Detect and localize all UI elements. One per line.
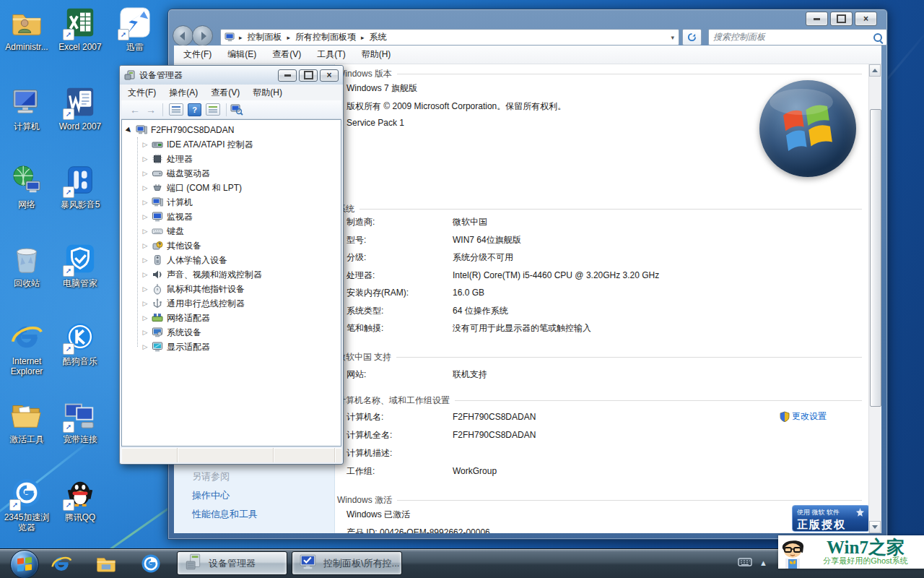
expand-icon[interactable]: ▷ xyxy=(141,170,149,177)
taskbar-launcher-explorer[interactable] xyxy=(95,553,118,574)
expand-icon[interactable]: ▷ xyxy=(141,271,149,278)
row-value-link[interactable]: 联机支持 xyxy=(453,369,487,379)
minimize-button[interactable] xyxy=(806,12,828,26)
maximize-button[interactable] xyxy=(299,69,318,82)
device-manager-titlebar[interactable]: 设备管理器 × xyxy=(120,66,343,85)
menu-item[interactable]: 帮助(H) xyxy=(246,87,289,99)
touch-keyboard-icon[interactable] xyxy=(738,557,752,567)
tree-item[interactable]: ▷端口 (COM 和 LPT) xyxy=(122,181,242,195)
menu-item[interactable]: 帮助(H) xyxy=(362,48,391,61)
vertical-scrollbar[interactable] xyxy=(868,64,881,533)
desktop-icon-baofeng5[interactable]: ➚暴风影音5 xyxy=(54,163,106,210)
back-button[interactable] xyxy=(173,25,193,46)
tree-item[interactable]: ▷键盘 xyxy=(122,224,184,238)
sidebar-link[interactable]: 操作中心 xyxy=(192,489,230,502)
help-button[interactable]: ? xyxy=(188,103,201,116)
row-value-link[interactable]: 系统分级不可用 xyxy=(453,252,513,262)
show-console-tree-button[interactable] xyxy=(169,103,183,116)
tree-item[interactable]: ▷其他设备 xyxy=(122,238,201,253)
breadcrumb-dropdown[interactable]: ▾ xyxy=(666,34,679,41)
tree-item[interactable]: ▷系统设备 xyxy=(122,325,201,340)
hid-icon xyxy=(151,254,164,266)
expand-icon[interactable]: ▷ xyxy=(141,285,149,293)
menu-item[interactable]: 文件(F) xyxy=(121,87,162,99)
desktop-icon-xunlei[interactable]: ➚迅雷 xyxy=(109,6,161,52)
tree-item[interactable]: ▷磁盘驱动器 xyxy=(122,166,210,181)
expand-icon[interactable]: ▷ xyxy=(141,314,149,322)
expand-icon[interactable]: ▷ xyxy=(141,329,149,336)
tree-item[interactable]: ▷网络适配器 xyxy=(122,311,210,325)
forward-button[interactable] xyxy=(192,25,213,46)
tree-item[interactable]: ▷处理器 xyxy=(122,152,193,166)
genuine-software-badge[interactable]: 使用 微软 软件 正版授权 xyxy=(792,505,869,532)
menu-item[interactable]: 工具(T) xyxy=(317,48,345,61)
tree-item[interactable]: ▷IDE ATA/ATAPI 控制器 xyxy=(122,137,253,152)
refresh-button[interactable] xyxy=(682,29,702,46)
desktop-icon-pc-manager[interactable]: ➚电脑管家 xyxy=(54,242,106,288)
action-pane-button[interactable] xyxy=(206,103,220,116)
desktop-icon-network[interactable]: 网络 xyxy=(1,163,53,210)
menu-item[interactable]: 查看(V) xyxy=(272,48,301,61)
tree-item[interactable]: ▷显示适配器 xyxy=(122,340,210,354)
expand-icon[interactable]: ▷ xyxy=(141,213,149,220)
desktop-icon-word-2007[interactable]: ➚Word 2007 xyxy=(54,85,106,131)
desktop-icon-recycle-bin[interactable]: 回收站 xyxy=(1,242,53,288)
breadcrumb-item[interactable]: 所有控制面板项 xyxy=(292,32,359,42)
scan-hardware-changes-icon[interactable] xyxy=(230,104,243,116)
expand-icon[interactable]: ▷ xyxy=(141,242,149,249)
menu-item[interactable]: 文件(F) xyxy=(183,48,212,61)
desktop-icon-activation-tools[interactable]: 激活工具 xyxy=(1,398,53,444)
desktop-icon-tencent-qq[interactable]: ➚腾讯QQ xyxy=(54,476,106,522)
start-button[interactable] xyxy=(10,550,39,578)
expand-icon[interactable]: ▷ xyxy=(141,343,149,350)
back-button[interactable]: ← xyxy=(127,104,143,116)
desktop-icon-kugou-music[interactable]: ➚酷狗音乐 xyxy=(54,320,106,366)
close-button[interactable]: × xyxy=(320,69,339,82)
tree-item-root[interactable]: ▶F2FH790CS8DADAN xyxy=(122,123,234,137)
expand-icon[interactable]: ▷ xyxy=(141,184,149,191)
breadcrumb[interactable]: ▸控制面板▸所有控制面板项▸系统 ▾ xyxy=(220,29,679,46)
menu-item[interactable]: 操作(A) xyxy=(162,87,204,99)
desktop-icon-browser-2345[interactable]: ➚2345加速浏览器 xyxy=(1,476,53,532)
scroll-up-button[interactable] xyxy=(869,64,881,77)
scroll-down-button[interactable] xyxy=(869,521,881,533)
expand-icon[interactable]: ▷ xyxy=(141,141,149,148)
menu-item[interactable]: 编辑(E) xyxy=(227,48,256,61)
expand-icon[interactable]: ▷ xyxy=(141,300,149,307)
menu-item[interactable]: 查看(V) xyxy=(204,87,246,99)
desktop-icon-internet-explorer[interactable]: Internet Explorer xyxy=(1,320,53,376)
tree-item[interactable]: ▷通用串行总线控制器 xyxy=(122,296,245,311)
sidebar-link[interactable]: 性能信息和工具 xyxy=(192,508,258,521)
close-button[interactable]: × xyxy=(855,12,877,26)
taskbar-button-device-manager[interactable]: 设备管理器 xyxy=(177,551,287,575)
taskbar-launcher-ie[interactable] xyxy=(51,553,74,574)
scrollbar-thumb[interactable] xyxy=(870,109,881,407)
expand-icon[interactable]: ▷ xyxy=(141,199,149,206)
change-settings-link[interactable]: 更改设置 xyxy=(780,410,827,423)
show-hidden-icons-button[interactable]: ▲ xyxy=(759,558,767,567)
desktop-icon-excel-2007[interactable]: ➚Excel 2007 xyxy=(54,6,106,52)
collapse-icon[interactable]: ▶ xyxy=(123,124,135,136)
expand-icon[interactable]: ▷ xyxy=(141,228,149,235)
tree-item[interactable]: ▷人体学输入设备 xyxy=(122,253,227,267)
maximize-button[interactable] xyxy=(830,12,853,26)
search-icon[interactable] xyxy=(873,33,882,42)
row-value: Intel(R) Core(TM) i5-4460 CPU @ 3.20GHz … xyxy=(453,270,659,280)
desktop-icon-broadband[interactable]: ➚宽带连接 xyxy=(54,398,106,444)
taskbar-button-control-panel[interactable]: 控制面板\所有控... xyxy=(292,551,402,575)
taskbar-launcher-browser-2345[interactable] xyxy=(140,553,163,574)
desktop-icon-computer[interactable]: 计算机 xyxy=(1,85,53,131)
breadcrumb-separator-icon: ▸ xyxy=(285,34,293,41)
search-input[interactable]: 搜索控制面板 xyxy=(708,29,887,46)
minimize-button[interactable] xyxy=(278,69,297,82)
tree-item[interactable]: ▷鼠标和其他指针设备 xyxy=(122,282,245,296)
tree-item[interactable]: ▷监视器 xyxy=(122,210,193,224)
expand-icon[interactable]: ▷ xyxy=(141,155,149,163)
expand-icon[interactable]: ▷ xyxy=(141,256,149,264)
breadcrumb-item[interactable]: 系统 xyxy=(367,32,390,42)
desktop-icon-administrator[interactable]: Administr... xyxy=(1,6,53,52)
forward-button[interactable]: → xyxy=(143,104,159,116)
breadcrumb-item[interactable]: 控制面板 xyxy=(245,32,285,42)
tree-item[interactable]: ▷声音、视频和游戏控制器 xyxy=(122,267,262,282)
tree-item[interactable]: ▷计算机 xyxy=(122,195,193,210)
